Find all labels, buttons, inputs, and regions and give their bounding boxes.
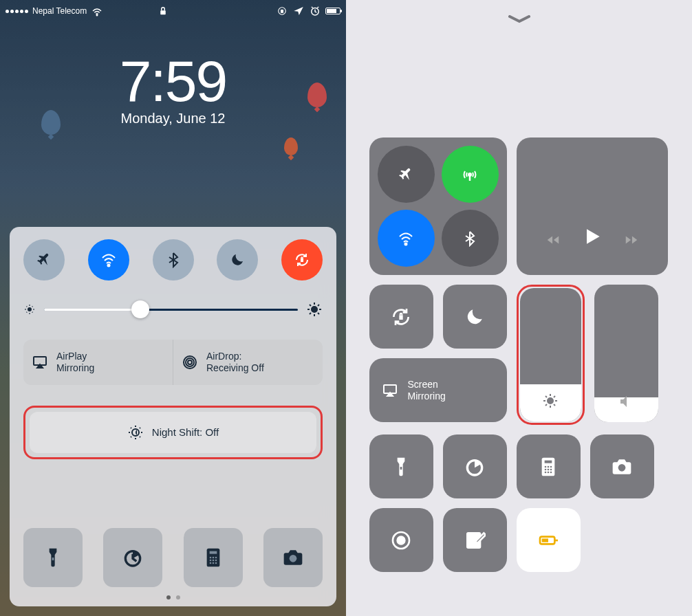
dnd-toggle[interactable] [217,239,258,280]
nightshift-button[interactable]: Night Shift: Off [30,412,316,453]
airdrop-icon [182,354,198,371]
svg-point-46 [618,464,626,472]
svg-point-45 [550,471,552,473]
svg-point-39 [550,465,552,468]
control-center-ios11: Screen Mirroring [369,138,669,572]
screen-mirroring-button[interactable]: Screen Mirroring [369,358,507,422]
wifi-toggle[interactable] [88,239,129,280]
airplay-label-2: Mirroring [56,362,94,374]
time-label: 7:59 [0,48,346,115]
ios11-screen: Screen Mirroring [346,0,692,616]
cellular-toggle[interactable] [442,146,499,203]
svg-point-19 [212,557,214,559]
lock-clock: 7:59 Monday, June 12 [0,48,346,126]
quick-action-row [23,528,323,587]
lock-icon [157,5,169,17]
calculator-icon [537,456,559,478]
flashlight-button[interactable] [369,434,433,498]
timer-button[interactable] [443,434,507,498]
play-icon[interactable] [581,226,603,248]
timer-icon [464,456,486,478]
airplay-icon [32,354,48,371]
record-icon [390,529,412,551]
svg-point-21 [209,560,211,562]
rotation-lock-toggle[interactable] [281,239,323,280]
airdrop-label-2: Receiving Off [206,362,264,374]
airplay-button[interactable]: AirPlay Mirroring [23,340,173,385]
battery-icon [325,8,340,14]
moon-icon [229,252,246,268]
prev-track-icon[interactable] [545,232,561,248]
airplane-icon [36,252,52,268]
svg-point-48 [398,536,405,544]
svg-point-8 [312,307,317,312]
ios10-screen: Nepal Telecom 7:59 Monday, June 12 [0,0,346,616]
timer-button[interactable] [103,528,162,587]
next-track-icon[interactable] [624,232,639,248]
brightness-slider-row [23,301,323,318]
airplane-toggle[interactable] [378,146,435,203]
svg-point-0 [96,14,98,16]
bluetooth-icon [462,230,478,247]
balloon-decoration [284,138,298,155]
location-icon [292,5,305,17]
camera-icon [611,456,633,478]
rotation-lock-icon [294,252,310,268]
svg-point-23 [215,560,217,562]
svg-rect-14 [52,558,54,560]
camera-button[interactable] [263,528,323,587]
svg-point-7 [28,308,32,311]
svg-point-28 [468,173,471,176]
compose-icon [464,529,486,551]
svg-point-24 [209,562,211,564]
svg-point-20 [215,557,217,559]
airdrop-button[interactable]: AirDrop: Receiving Off [173,340,323,385]
brightness-low-icon [23,303,36,316]
camera-button[interactable] [590,434,654,498]
rotation-lock-button[interactable] [369,285,433,349]
svg-rect-51 [542,538,548,542]
svg-rect-33 [400,467,402,470]
airplane-icon [398,166,414,183]
chevron-down-icon[interactable] [507,15,532,23]
airplane-toggle[interactable] [23,239,65,280]
media-block[interactable] [517,138,668,275]
svg-point-44 [548,471,550,473]
airplay-label-1: AirPlay [56,351,94,362]
svg-rect-3 [281,10,283,13]
wifi-icon [100,252,117,268]
volume-slider[interactable] [594,285,658,422]
brightness-slider[interactable] [520,288,581,421]
bluetooth-toggle[interactable] [442,210,499,267]
brightness-slider[interactable] [44,309,298,311]
svg-point-38 [548,465,550,468]
date-label: Monday, June 12 [0,111,346,126]
low-power-button[interactable] [517,508,581,572]
svg-point-27 [290,555,297,562]
calculator-button[interactable] [184,528,243,587]
carrier-label: Nepal Telecom [32,6,87,16]
brightness-highlight [517,285,585,425]
dnd-button[interactable] [443,285,507,349]
camera-icon [282,547,304,569]
wifi-toggle[interactable] [378,210,435,267]
airplay-icon [382,382,398,399]
svg-rect-6 [301,258,303,262]
svg-rect-30 [399,315,402,320]
svg-point-41 [548,468,550,470]
screen-record-button[interactable] [369,508,433,572]
svg-point-18 [209,557,211,559]
calculator-button[interactable] [517,434,581,498]
brightness-high-icon [306,301,323,318]
bluetooth-toggle[interactable] [153,239,194,280]
toggle-row [23,239,323,280]
flashlight-icon [42,547,64,569]
battery-icon [537,529,559,551]
svg-point-40 [545,468,547,470]
flashlight-button[interactable] [23,528,83,587]
notes-button[interactable] [443,508,507,572]
svg-point-37 [545,465,547,468]
brightness-icon [542,393,559,409]
nightshift-label: Night Shift: Off [152,426,219,438]
svg-point-32 [548,398,553,404]
